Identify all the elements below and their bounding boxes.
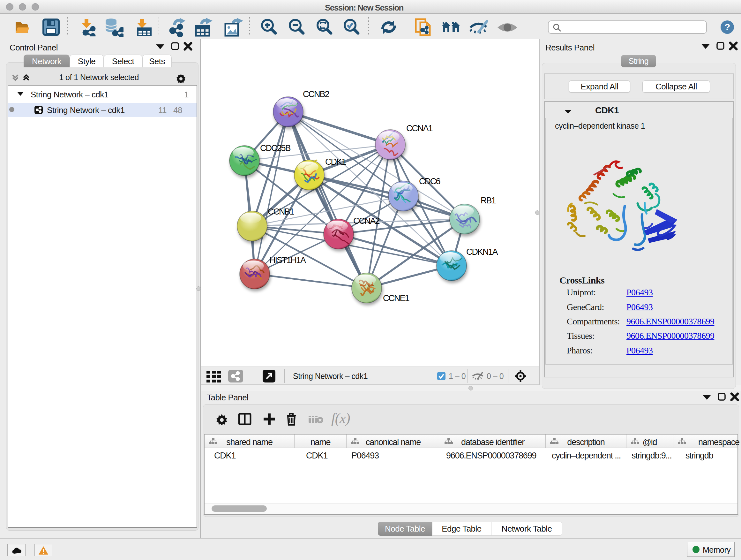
svg-text:CCNA1: CCNA1: [406, 124, 433, 133]
svg-text:CCNE1: CCNE1: [383, 294, 409, 303]
svg-text:CCNB2: CCNB2: [303, 89, 329, 99]
svg-text:HIST1H1A: HIST1H1A: [269, 255, 306, 265]
svg-text:RB1: RB1: [481, 196, 496, 205]
svg-text:CDK1: CDK1: [325, 157, 346, 167]
svg-text:CDC25B: CDC25B: [260, 143, 291, 153]
svg-text:CCNB1: CCNB1: [268, 207, 294, 216]
svg-text:CDKN1A: CDKN1A: [466, 247, 498, 257]
svg-text:CCNA2: CCNA2: [353, 216, 380, 226]
svg-text:CDC6: CDC6: [419, 177, 440, 186]
svg-text:?: ?: [724, 22, 730, 32]
